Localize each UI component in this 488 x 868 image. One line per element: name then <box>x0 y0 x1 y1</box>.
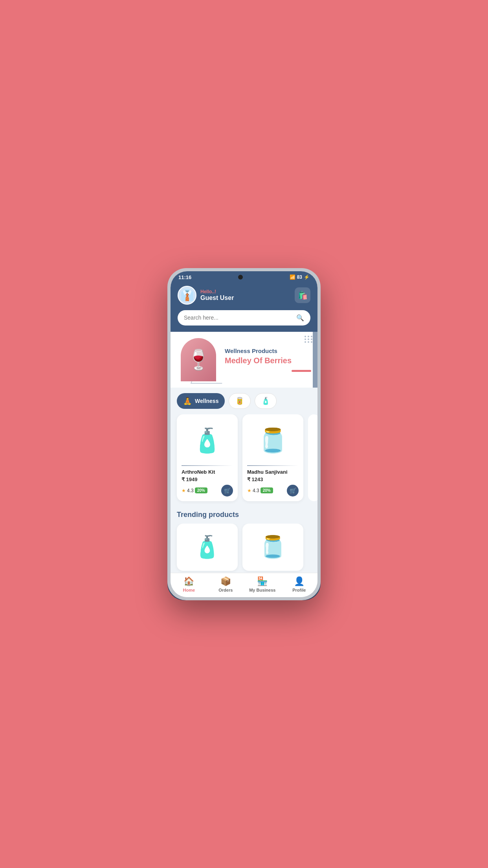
trending-img-2: 🫙 <box>259 534 286 560</box>
search-input[interactable] <box>184 314 293 321</box>
product-rating-2: ★ 4.3 20% <box>247 487 273 493</box>
avatar[interactable]: 👔 <box>178 286 196 305</box>
home-label: Home <box>183 588 195 592</box>
category-tab-wellness[interactable]: 🧘 Wellness <box>177 393 225 409</box>
header: 👔 Hello..! Guest User 🛍️ <box>171 282 317 310</box>
header-left: 👔 Hello..! Guest User <box>178 286 234 305</box>
add-to-cart-btn-1[interactable]: 🛒 <box>221 485 233 497</box>
category-tab-food[interactable]: 🥫 <box>229 393 251 409</box>
product-card-partial <box>308 414 317 501</box>
banner: 🍷 Wellness Products Medley Of Berries <box>171 332 317 388</box>
main-content: 🍷 Wellness Products Medley Of Berries 🧘 … <box>171 332 317 573</box>
hello-text: Hello..! <box>200 289 234 294</box>
rating-value-1: 4.3 <box>187 488 194 493</box>
star-icon-1: ★ <box>182 488 186 493</box>
product-img-1: 🧴 <box>193 427 222 454</box>
wifi-icon: 📶 <box>290 274 295 280</box>
add-to-cart-btn-2[interactable]: 🛒 <box>287 485 299 497</box>
trending-scroll: 🧴 🫙 <box>171 524 317 573</box>
greeting-section: Hello..! Guest User <box>200 289 234 302</box>
banner-right-block <box>313 332 317 388</box>
banner-arch: 🍷 <box>181 338 216 381</box>
status-time: 11:16 <box>178 274 191 280</box>
orders-label: Orders <box>218 588 233 592</box>
banner-dots <box>305 336 313 343</box>
product-card-1: 🧴 ArthroNeb Kit ₹ 1949 ★ 4.3 20% 🛒 <box>177 414 238 501</box>
nav-item-profile[interactable]: 👤 Profile <box>281 576 318 592</box>
nav-item-orders[interactable]: 📦 Orders <box>207 576 244 592</box>
product-name-1: ArthroNeb Kit <box>182 469 233 475</box>
search-box: 🔍 <box>178 310 310 326</box>
orders-icon: 📦 <box>220 576 231 587</box>
user-avatar-icon: 👔 <box>180 289 194 302</box>
status-bar: 11:16 📶 83 ⚡ <box>171 271 317 282</box>
battery-icon: 83 <box>297 274 302 280</box>
status-icons: 📶 83 ⚡ <box>290 274 310 280</box>
banner-title: Medley Of Berries <box>225 356 311 365</box>
banner-text: Wellness Products Medley Of Berries <box>220 348 311 372</box>
business-label: My Business <box>249 588 275 592</box>
wellness-icon: 🧘 <box>183 397 192 405</box>
nav-item-business[interactable]: 🏪 My Business <box>244 576 281 592</box>
product-img-area-2: 🫙 <box>247 419 299 462</box>
product-divider-2 <box>247 465 299 466</box>
user-name: Guest User <box>200 294 234 302</box>
search-container: 🔍 <box>171 310 317 332</box>
trending-section-title: Trending products <box>171 508 317 524</box>
banner-indicator <box>292 370 311 372</box>
product-footer-1: ★ 4.3 20% 🛒 <box>182 485 233 497</box>
nav-item-home[interactable]: 🏠 Home <box>171 576 207 592</box>
search-icon: 🔍 <box>296 314 304 322</box>
products-scroll: 🧴 ArthroNeb Kit ₹ 1949 ★ 4.3 20% 🛒 <box>171 414 317 508</box>
product-footer-2: ★ 4.3 20% 🛒 <box>247 485 299 497</box>
profile-icon: 👤 <box>294 576 305 587</box>
rating-value-2: 4.3 <box>253 488 259 493</box>
discount-badge-1: 20% <box>195 487 207 493</box>
food-icon: 🥫 <box>235 397 244 405</box>
product-divider-1 <box>182 465 233 466</box>
profile-label: Profile <box>292 588 306 592</box>
business-icon: 🏪 <box>257 576 268 587</box>
banner-subtitle: Wellness Products <box>225 348 311 354</box>
product-name-2: Madhu Sanjivani <box>247 469 299 475</box>
trending-card-1: 🧴 <box>177 524 238 571</box>
banner-image-area: 🍷 <box>177 338 220 381</box>
category-tab-cleaning[interactable]: 🧴 <box>255 393 277 409</box>
trending-img-1: 🧴 <box>194 534 221 560</box>
home-icon: 🏠 <box>183 576 194 587</box>
banner-bottle-icon: 🍷 <box>186 348 211 371</box>
product-price-2: ₹ 1243 <box>247 476 299 482</box>
star-icon-2: ★ <box>247 488 251 493</box>
cleaning-icon: 🧴 <box>261 397 270 405</box>
product-img-area-1: 🧴 <box>182 419 233 462</box>
category-tabs: 🧘 Wellness 🥫 🧴 <box>171 388 317 414</box>
wellness-label: Wellness <box>195 398 218 404</box>
product-card-2: 🫙 Madhu Sanjivani ₹ 1243 ★ 4.3 20% 🛒 <box>242 414 303 501</box>
product-price-1: ₹ 1949 <box>182 476 233 482</box>
trending-card-2: 🫙 <box>242 524 303 571</box>
bottom-nav: 🏠 Home 📦 Orders 🏪 My Business 👤 Profile <box>171 573 317 597</box>
discount-badge-2: 20% <box>261 487 273 493</box>
cart-icon: 🛍️ <box>298 291 308 300</box>
charging-icon: ⚡ <box>304 274 310 280</box>
product-img-2: 🫙 <box>258 427 288 454</box>
product-rating-1: ★ 4.3 20% <box>182 487 207 493</box>
camera-notch <box>238 275 243 280</box>
cart-button[interactable]: 🛍️ <box>295 287 310 303</box>
